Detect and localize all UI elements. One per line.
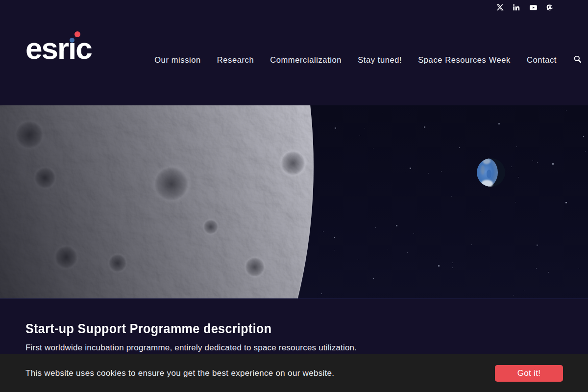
earth	[476, 158, 505, 188]
social-links	[496, 3, 554, 12]
nav-stay-tuned[interactable]: Stay tuned!	[358, 55, 402, 65]
content-section: Start-up Support Programme description F…	[0, 299, 588, 353]
cookie-message: This website uses cookies to ensure you …	[25, 368, 334, 378]
nav-commercialization[interactable]: Commercialization	[270, 55, 342, 65]
social-link-x[interactable]	[496, 3, 504, 12]
search-button[interactable]	[573, 55, 582, 65]
moon	[0, 105, 323, 299]
site-header: esrıc Our mission Research Commercializa…	[0, 0, 588, 105]
page-subtitle: First worldwide incubation programme, en…	[25, 343, 563, 353]
logo[interactable]: esrıc	[25, 33, 92, 64]
moon-earth-graphic	[0, 105, 588, 299]
nav-space-resources-week[interactable]: Space Resources Week	[418, 55, 511, 65]
mastodon-icon	[546, 3, 554, 11]
x-icon	[496, 4, 504, 11]
hero-image	[0, 105, 588, 299]
cookie-accept-button[interactable]: Got it!	[495, 365, 563, 382]
nav-research[interactable]: Research	[217, 55, 254, 65]
social-link-linkedin[interactable]	[513, 3, 520, 12]
linkedin-icon	[513, 4, 520, 11]
social-link-mastodon[interactable]	[546, 3, 554, 12]
youtube-icon	[529, 4, 538, 11]
social-link-youtube[interactable]	[529, 3, 537, 12]
cookie-banner: This website uses cookies to ensure you …	[0, 354, 588, 392]
page-title: Start-up Support Programme description	[25, 321, 271, 337]
logo-text-i: ı	[68, 31, 75, 65]
nav-our-mission[interactable]: Our mission	[154, 55, 201, 65]
main-nav: Our mission Research Commercialization S…	[154, 55, 582, 65]
logo-text-1: esr	[25, 31, 68, 65]
search-icon	[573, 55, 582, 65]
nav-contact[interactable]: Contact	[527, 55, 557, 65]
logo-red-dot	[74, 31, 80, 37]
